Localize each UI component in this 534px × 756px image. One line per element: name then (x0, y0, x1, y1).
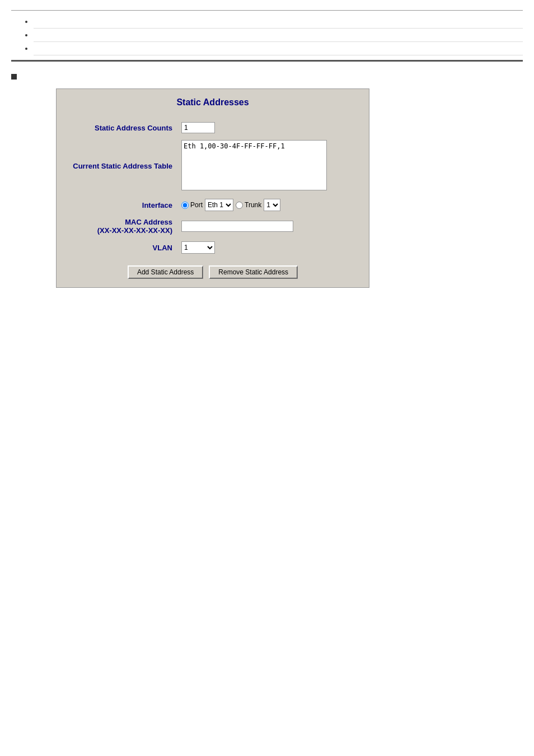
current-static-address-table-value-cell: Eth 1,00-30-4F-FF-FF-FF,1 (177, 137, 360, 195)
static-address-counts-value-cell (177, 119, 360, 137)
vlan-label: VLAN (65, 238, 177, 257)
buttons-row: Add Static Address Remove Static Address (65, 265, 360, 279)
port-radio-text: Port (190, 201, 203, 209)
bullet-item-1 (34, 15, 523, 29)
port-radio-label[interactable]: Port (181, 201, 203, 209)
bullet-item-3 (34, 42, 523, 55)
top-section (0, 0, 534, 62)
interface-label: Interface (65, 195, 177, 214)
interface-row: Interface Port Eth 1 Eth 2 Eth 3 E (65, 195, 360, 214)
current-static-address-table-label: Current Static Address Table (65, 137, 177, 195)
trunk-radio[interactable] (236, 202, 243, 209)
port-select[interactable]: Eth 1 Eth 2 Eth 3 Eth 4 (205, 199, 233, 211)
mac-address-row: MAC Address (XX-XX-XX-XX-XX-XX) (65, 214, 360, 238)
trunk-radio-label[interactable]: Trunk (236, 201, 261, 209)
port-radio[interactable] (181, 202, 189, 209)
mac-address-sub-label: (XX-XX-XX-XX-XX-XX) (69, 226, 172, 235)
bottom-divider (11, 60, 523, 62)
main-content: Static Addresses Static Address Counts C… (0, 66, 534, 293)
current-static-address-textarea[interactable]: Eth 1,00-30-4F-FF-FF-FF,1 (181, 140, 327, 190)
static-address-counts-label: Static Address Counts (65, 119, 177, 137)
bullet-item-2 (34, 29, 523, 42)
mac-address-input[interactable] (181, 221, 293, 232)
vlan-row: VLAN 1 2 3 (65, 238, 360, 257)
top-divider (11, 10, 523, 11)
vlan-select[interactable]: 1 2 3 (181, 241, 215, 254)
trunk-select[interactable]: 1 2 (264, 199, 280, 211)
vlan-controls: 1 2 3 (181, 241, 356, 254)
interface-value-cell: Port Eth 1 Eth 2 Eth 3 Eth 4 Trunk (177, 195, 360, 214)
form-table: Static Address Counts Current Static Add… (65, 119, 360, 257)
mac-address-label-cell: MAC Address (XX-XX-XX-XX-XX-XX) (65, 214, 177, 238)
mac-address-label: MAC Address (69, 218, 172, 226)
static-address-counts-input[interactable] (181, 122, 215, 133)
current-static-address-table-row: Current Static Address Table Eth 1,00-30… (65, 137, 360, 195)
static-addresses-panel: Static Addresses Static Address Counts C… (56, 88, 369, 288)
vlan-value-cell: 1 2 3 (177, 238, 360, 257)
static-address-counts-row: Static Address Counts (65, 119, 360, 137)
remove-static-address-button[interactable]: Remove Static Address (209, 265, 298, 279)
add-static-address-button[interactable]: Add Static Address (128, 265, 203, 279)
square-bullet-icon (11, 74, 17, 80)
trunk-radio-text: Trunk (245, 201, 261, 209)
interface-controls: Port Eth 1 Eth 2 Eth 3 Eth 4 Trunk (181, 199, 356, 211)
bullet-list (11, 15, 523, 55)
mac-address-value-cell (177, 214, 360, 238)
panel-title: Static Addresses (65, 97, 360, 108)
